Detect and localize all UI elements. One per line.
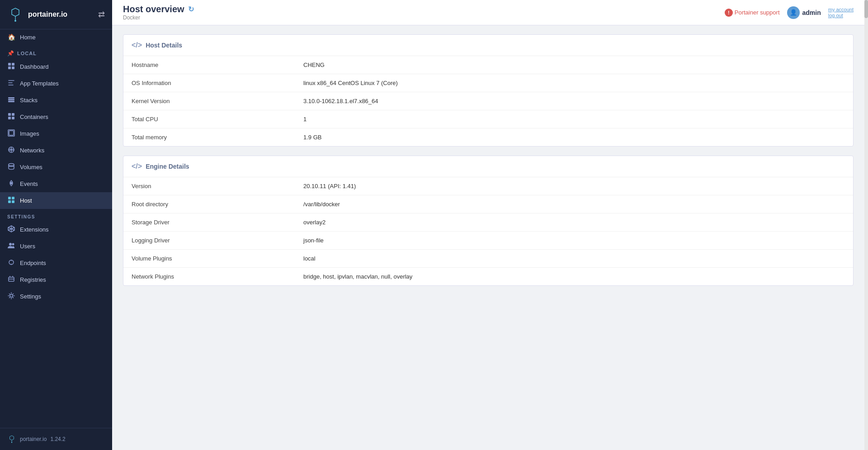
events-icon xyxy=(7,180,15,188)
sidebar-item-host[interactable]: Host xyxy=(0,192,112,209)
row-label: Total CPU xyxy=(123,110,295,128)
scrollbar[interactable] xyxy=(864,0,868,450)
svg-rect-13 xyxy=(12,117,14,119)
log-out-link[interactable]: log out xyxy=(828,13,854,18)
table-row: Kernel Version 3.10.0-1062.18.1.el7.x86_… xyxy=(123,92,853,110)
networks-icon xyxy=(7,146,15,155)
scrollbar-thumb[interactable] xyxy=(864,0,868,18)
row-label: Hostname xyxy=(123,56,295,74)
transfer-icon[interactable]: ⇄ xyxy=(98,9,105,19)
sidebar-item-label: Settings xyxy=(20,293,41,300)
containers-icon xyxy=(7,113,15,121)
topbar: Host overview ↻ Docker ! Portainer suppo… xyxy=(112,0,864,25)
sidebar-item-endpoints[interactable]: Endpoints xyxy=(0,255,112,271)
sidebar-item-images[interactable]: Images xyxy=(0,125,112,142)
sidebar-item-label: Images xyxy=(20,130,39,137)
svg-rect-11 xyxy=(12,113,14,116)
row-value: overlay2 xyxy=(295,213,853,232)
svg-rect-9 xyxy=(8,101,14,102)
svg-rect-23 xyxy=(8,200,11,203)
sidebar-local-label: 📌 LOCAL xyxy=(0,45,112,58)
sidebar-item-dashboard[interactable]: Dashboard xyxy=(0,58,112,75)
table-row: Total memory 1.9 GB xyxy=(123,128,853,147)
logo-text: portainer.io xyxy=(28,10,67,19)
sidebar-item-label: Registries xyxy=(20,276,46,283)
row-value: local xyxy=(295,250,853,268)
stacks-icon xyxy=(7,96,15,104)
table-row: Total CPU 1 xyxy=(123,110,853,128)
users-icon xyxy=(7,242,15,251)
sidebar-item-label: Networks xyxy=(20,147,44,154)
sidebar-item-app-templates[interactable]: App Templates xyxy=(0,75,112,92)
table-row: Version 20.10.11 (API: 1.41) xyxy=(123,177,853,195)
pin-icon: 📌 xyxy=(7,50,14,57)
settings-section-label: SETTINGS xyxy=(0,209,112,221)
row-label: Version xyxy=(123,177,295,195)
row-value: 1 xyxy=(295,110,853,128)
row-value: linux x86_64 CentOS Linux 7 (Core) xyxy=(295,74,853,92)
svg-rect-5 xyxy=(8,66,11,69)
svg-rect-21 xyxy=(8,197,11,199)
svg-point-29 xyxy=(9,243,12,246)
svg-rect-10 xyxy=(8,113,11,116)
row-value: 1.9 GB xyxy=(295,128,853,147)
sidebar-item-label: Users xyxy=(20,243,35,250)
row-label: Logging Driver xyxy=(123,232,295,250)
svg-point-40 xyxy=(11,442,12,443)
sidebar-item-containers[interactable]: Containers xyxy=(0,109,112,125)
row-label: Total memory xyxy=(123,128,295,147)
row-value: 3.10.0-1062.18.1.el7.x86_64 xyxy=(295,92,853,110)
volumes-icon xyxy=(7,163,15,171)
sidebar-item-label: Stacks xyxy=(20,97,38,104)
svg-rect-15 xyxy=(9,131,14,135)
sidebar-item-events[interactable]: Events xyxy=(0,175,112,192)
engine-details-header: </> Engine Details xyxy=(123,156,853,177)
table-row: Root directory /var/lib/docker xyxy=(123,195,853,213)
sidebar-item-registries[interactable]: Registries xyxy=(0,271,112,288)
avatar: 👤 xyxy=(787,6,800,19)
row-value: /var/lib/docker xyxy=(295,195,853,213)
svg-point-30 xyxy=(12,243,14,246)
content-area: </> Host Details Hostname CHENG OS Infor… xyxy=(112,25,864,450)
sidebar-item-networks[interactable]: Networks xyxy=(0,142,112,159)
svg-rect-6 xyxy=(12,66,14,69)
home-icon: 🏠 xyxy=(7,33,15,41)
sidebar-item-home[interactable]: 🏠 Home xyxy=(0,29,112,45)
my-account-link[interactable]: my account xyxy=(828,7,854,12)
page-title-text: Host overview xyxy=(123,4,184,14)
admin-section: 👤 admin xyxy=(787,6,821,19)
svg-point-2 xyxy=(14,20,16,22)
table-row: Hostname CHENG xyxy=(123,56,853,74)
svg-rect-8 xyxy=(8,99,14,100)
sidebar-logo-area: portainer.io ⇄ xyxy=(0,0,112,29)
sidebar-item-volumes[interactable]: Volumes xyxy=(0,159,112,175)
registries-icon xyxy=(7,275,15,284)
portainer-support-link[interactable]: ! Portainer support xyxy=(725,9,780,17)
sidebar-item-extensions[interactable]: Extensions xyxy=(0,221,112,238)
refresh-icon[interactable]: ↻ xyxy=(188,5,194,14)
row-label: Network Plugins xyxy=(123,268,295,286)
portainer-logo-icon xyxy=(7,6,24,23)
topbar-right: ! Portainer support 👤 admin my account l… xyxy=(725,6,854,19)
admin-label: admin xyxy=(802,9,821,16)
row-value: 20.10.11 (API: 1.41) xyxy=(295,177,853,195)
svg-rect-4 xyxy=(12,63,14,66)
svg-rect-7 xyxy=(8,97,14,99)
sidebar-item-label: Volumes xyxy=(20,164,42,171)
row-label: Root directory xyxy=(123,195,295,213)
dashboard-icon xyxy=(7,62,15,71)
images-icon xyxy=(7,129,15,138)
footer-app-name: portainer.io xyxy=(20,436,47,442)
table-row: OS Information linux x86_64 CentOS Linux… xyxy=(123,74,853,92)
svg-point-20 xyxy=(10,182,12,184)
row-value: CHENG xyxy=(295,56,853,74)
settings-icon xyxy=(7,292,15,301)
sidebar-item-users[interactable]: Users xyxy=(0,238,112,255)
sidebar-item-stacks[interactable]: Stacks xyxy=(0,92,112,109)
engine-details-title: Engine Details xyxy=(146,163,189,170)
svg-rect-12 xyxy=(8,117,11,119)
row-value: json-file xyxy=(295,232,853,250)
table-row: Volume Plugins local xyxy=(123,250,853,268)
sidebar-item-settings[interactable]: Settings xyxy=(0,288,112,305)
engine-details-table: Version 20.10.11 (API: 1.41) Root direct… xyxy=(123,177,853,285)
